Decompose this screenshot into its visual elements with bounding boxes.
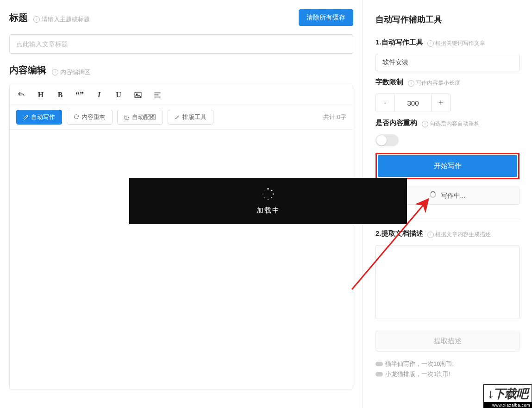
svg-point-9: [273, 193, 274, 195]
editor-toolbar: H B “” I U: [10, 85, 353, 105]
footer-notes: 猫半仙写作，一次10淘币! 小龙猫排版，一次1淘币!: [376, 360, 519, 378]
auto-image-button[interactable]: 自动配图: [117, 110, 163, 125]
align-icon[interactable]: [152, 90, 163, 100]
clear-cache-button[interactable]: 清除所有缓存: [299, 9, 353, 26]
italic-icon[interactable]: I: [94, 90, 104, 100]
editor-textarea[interactable]: [10, 130, 353, 389]
rebuild-hint-text: 勾选后内容自动重构: [430, 120, 480, 128]
svg-point-13: [263, 194, 263, 195]
info-icon: i: [422, 121, 428, 127]
word-limit-hint: i 写作内容最小长度: [408, 79, 460, 87]
title-section-label: 标题: [9, 12, 28, 24]
description-textarea[interactable]: [376, 245, 519, 319]
stepper-plus-button[interactable]: +: [432, 94, 450, 112]
cloud-icon: [376, 372, 383, 377]
rebuild-hint: i 勾选后内容自动重构: [422, 120, 480, 128]
svg-point-8: [271, 189, 272, 191]
watermark-url: www.xiazaiba.com: [483, 402, 532, 408]
underline-icon[interactable]: U: [113, 90, 124, 100]
info-icon: i: [52, 69, 58, 75]
auto-image-label: 自动配图: [132, 113, 156, 121]
auto-write-button[interactable]: 自动写作: [16, 110, 62, 125]
layout-tool-button[interactable]: 排版工具: [168, 110, 213, 125]
start-write-highlight: 开始写作: [376, 153, 519, 179]
svg-point-11: [268, 199, 269, 200]
svg-point-7: [267, 188, 269, 190]
rebuild-toggle[interactable]: [376, 134, 399, 146]
word-limit-stepper: - +: [376, 94, 451, 112]
content-section-label: 内容编辑: [9, 64, 46, 76]
word-limit-hint-text: 写作内容最小长度: [416, 79, 460, 87]
layout-tool-label: 排版工具: [182, 113, 207, 121]
content-rebuild-button[interactable]: 内容重构: [67, 110, 113, 125]
section2-label: 2.提取文档描述: [376, 229, 423, 237]
picture-icon: [124, 114, 130, 120]
bold-icon[interactable]: B: [55, 90, 65, 100]
content-hint-text: 内容编辑区: [60, 68, 90, 76]
section1-hint-text: 根据关键词写作文章: [435, 39, 485, 47]
start-write-button[interactable]: 开始写作: [378, 155, 517, 177]
article-title-input[interactable]: [9, 34, 353, 54]
section1-hint: i 根据关键词写作文章: [427, 39, 485, 47]
svg-point-14: [264, 190, 265, 191]
word-limit-input[interactable]: [394, 94, 432, 112]
word-count: 共计:0字: [323, 113, 346, 121]
sidebar-title: 自动写作辅助工具: [376, 14, 519, 25]
section2-hint-text: 根据文章内容生成描述: [435, 231, 491, 239]
svg-point-12: [264, 197, 265, 198]
footer-note-2: 小龙猫排版，一次1淘币!: [385, 370, 451, 378]
content-rebuild-label: 内容重构: [81, 113, 106, 121]
watermark-brand: ↓下载吧: [483, 384, 532, 402]
svg-point-10: [271, 197, 272, 198]
title-section-hint: i 请输入主题或标题: [33, 15, 90, 24]
info-icon: i: [408, 80, 414, 87]
watermark: ↓下载吧 www.xiazaiba.com: [483, 384, 532, 408]
refresh-icon: [74, 114, 79, 120]
editor-container: H B “” I U 自动写作: [9, 85, 353, 389]
title-hint-text: 请输入主题或标题: [42, 15, 90, 24]
section2-hint: i 根据文章内容生成描述: [427, 231, 491, 239]
info-icon: i: [33, 16, 40, 23]
stepper-minus-button[interactable]: -: [376, 94, 394, 112]
cloud-icon: [376, 362, 383, 366]
tool-icon: [175, 114, 180, 120]
info-icon: i: [427, 232, 434, 238]
svg-point-6: [125, 116, 126, 117]
keyword-input[interactable]: [376, 54, 519, 71]
rebuild-label: 是否内容重构: [376, 119, 417, 126]
quote-icon[interactable]: “”: [75, 90, 85, 100]
heading-icon[interactable]: H: [36, 90, 46, 100]
spinner-icon: [430, 191, 436, 198]
auto-write-label: 自动写作: [31, 113, 55, 121]
spinner-icon: [262, 188, 275, 201]
image-icon[interactable]: [133, 90, 143, 100]
word-limit-label: 字数限制: [376, 78, 403, 86]
section1-label: 1.自动写作工具: [376, 38, 423, 46]
footer-note-1: 猫半仙写作，一次10淘币!: [385, 360, 454, 368]
content-section-hint: i 内容编辑区: [52, 68, 90, 76]
info-icon: i: [427, 40, 434, 47]
pencil-icon: [23, 114, 29, 120]
undo-icon[interactable]: [16, 90, 26, 100]
loading-text: 加载中: [257, 206, 280, 215]
writing-status-label: 写作中...: [441, 192, 466, 199]
extract-description-button[interactable]: 提取描述: [376, 331, 519, 352]
loading-overlay: 加载中: [129, 178, 407, 224]
